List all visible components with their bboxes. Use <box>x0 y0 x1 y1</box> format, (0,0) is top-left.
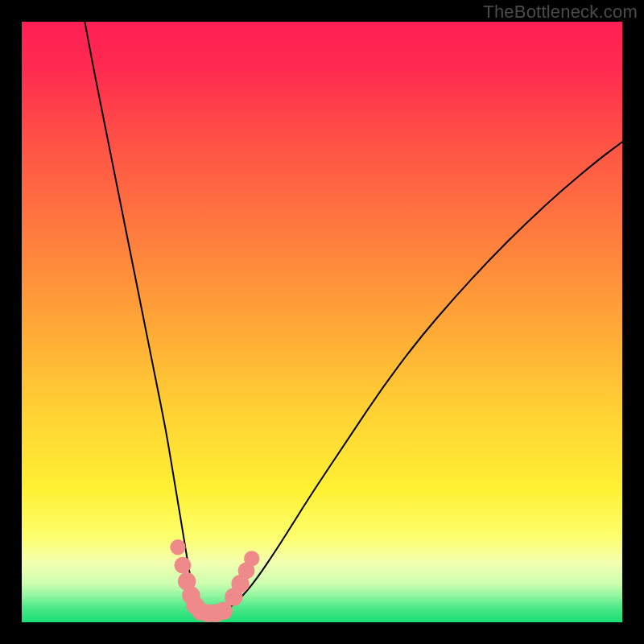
chart-svg <box>22 22 622 622</box>
marker-dot <box>244 551 259 566</box>
marker-dot <box>170 539 185 555</box>
watermark-text: TheBottleneck.com <box>483 2 638 23</box>
chart-frame: TheBottleneck.com <box>0 0 644 644</box>
plot-area <box>22 22 622 622</box>
marker-dot <box>174 557 191 574</box>
gradient-background <box>22 22 622 622</box>
